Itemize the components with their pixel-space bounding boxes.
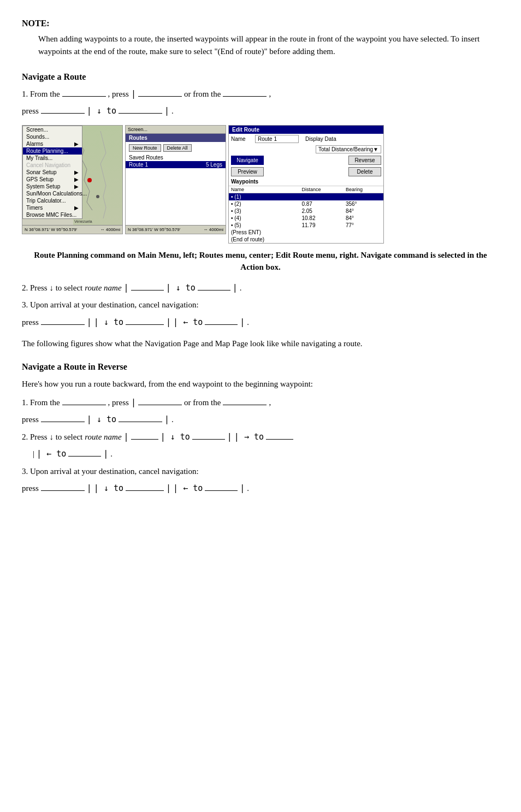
action-buttons-row2: Preview Delete bbox=[229, 166, 383, 177]
reverse-button[interactable]: Reverse bbox=[348, 156, 381, 165]
step2-pipe2: | bbox=[233, 281, 238, 295]
svg-point-1 bbox=[96, 195, 99, 198]
s2-step2-pipe2: | bbox=[227, 430, 232, 444]
delete-all-button[interactable]: Delete All bbox=[163, 144, 192, 152]
wp-name-3: • (4) bbox=[229, 215, 299, 222]
s2-step3b-dot: . bbox=[247, 482, 249, 496]
s2-step2b-dot: . bbox=[110, 447, 113, 461]
waypoint-row-6[interactable]: (End of route) bbox=[229, 236, 383, 243]
s2-step1-comma: , bbox=[269, 396, 271, 410]
menu-screen[interactable]: Screen... bbox=[23, 126, 82, 133]
wp-distance-0 bbox=[299, 193, 344, 200]
step1b-pipe2: | bbox=[164, 104, 169, 118]
menu-sounds[interactable]: Sounds... bbox=[23, 133, 82, 140]
s2-step1-middle: , press bbox=[108, 396, 129, 410]
step2-pipe: | bbox=[124, 281, 129, 295]
s2-step2b-pipe1: | bbox=[33, 447, 34, 461]
step3b-line: press | | ↓ to | | ← to | . bbox=[22, 316, 499, 330]
wp-bearing-0 bbox=[344, 193, 383, 200]
menu-overlay: Screen... Sounds... Alarms Route Plannin… bbox=[22, 126, 82, 219]
menu-gps-setup[interactable]: GPS Setup bbox=[23, 176, 82, 183]
step1-blank1 bbox=[62, 96, 106, 97]
s2-step3b-blank2 bbox=[126, 490, 164, 491]
step1-pipe1: | bbox=[131, 87, 136, 102]
s2-step1-blank3 bbox=[223, 405, 267, 405]
menu-browse-mmc[interactable]: Browse MMC Files... bbox=[23, 211, 82, 218]
action-buttons-row: Navigate Reverse bbox=[229, 155, 383, 166]
s2-step3b-arrow2: | ← to bbox=[173, 482, 203, 496]
s2-step2-text: 2. Press ↓ to select bbox=[22, 430, 82, 444]
menu-system-setup[interactable]: System Setup bbox=[23, 183, 82, 190]
s2-step3b-pipe3: | bbox=[240, 482, 245, 496]
step3b-blank3 bbox=[205, 324, 238, 325]
routes-title: Routes bbox=[126, 134, 226, 142]
wp-name-1: • (2) bbox=[229, 200, 299, 208]
step3b-blank1 bbox=[41, 324, 85, 325]
waypoint-row-2[interactable]: • (3)2.0584° bbox=[229, 208, 383, 215]
s2-step2-arrow2: | → to bbox=[234, 430, 264, 444]
step2-blank2 bbox=[198, 290, 230, 291]
display-dropdown-text: Total Distance/Bearing bbox=[318, 146, 373, 152]
section2-intro: Here's how you run a route backward, fro… bbox=[22, 377, 499, 390]
menu-trip-calc[interactable]: Trip Calculator... bbox=[23, 197, 82, 204]
new-route-button[interactable]: New Route bbox=[129, 144, 161, 152]
step3b-blank2 bbox=[126, 324, 164, 325]
s2-step1b-press: press bbox=[22, 413, 39, 427]
step1-text: 1. From the bbox=[22, 87, 60, 102]
edit-name-label: Name bbox=[231, 136, 253, 142]
waypoint-row-1[interactable]: • (2)0.87356° bbox=[229, 200, 383, 208]
preview-button[interactable]: Preview bbox=[231, 167, 264, 176]
route-row-1-legs: 5 Legs bbox=[206, 162, 222, 168]
waypoints-table: Name Distance Bearing • (1)• (2)0.87356°… bbox=[229, 186, 383, 243]
waypoint-row-3[interactable]: • (4)10.8284° bbox=[229, 215, 383, 222]
s2-step2-line1: 2. Press ↓ to select route name | | ↓ to… bbox=[22, 430, 499, 444]
s2-step1b-dot: . bbox=[171, 413, 174, 427]
menu-route-planning[interactable]: Route Planning... bbox=[23, 147, 82, 155]
screenshots-row: Venezuela Screen... Sounds... Alarms Rou… bbox=[22, 125, 499, 244]
route-row-1[interactable]: Route 1 5 Legs bbox=[126, 161, 226, 168]
s2-step2-blank2 bbox=[192, 439, 225, 440]
svg-point-0 bbox=[87, 178, 92, 182]
s2-step3b-line: press | | ↓ to | | ← to | . bbox=[22, 482, 499, 496]
wp-bearing-1: 356° bbox=[344, 200, 383, 208]
step1b-dot: . bbox=[171, 104, 174, 118]
step3b-pipe1: | bbox=[87, 316, 92, 330]
edit-name-value: Route 1 bbox=[255, 135, 299, 143]
step1b-press: press bbox=[22, 104, 39, 118]
wp-distance-6 bbox=[299, 236, 344, 243]
narrative: The following figures show what the Navi… bbox=[22, 337, 499, 350]
waypoint-row-0[interactable]: • (1) bbox=[229, 193, 383, 200]
step1b-blank1 bbox=[41, 113, 85, 114]
s2-step3b-arrow1: | ↓ to bbox=[94, 482, 123, 496]
waypoint-row-5[interactable]: (Press ENT) bbox=[229, 229, 383, 236]
edit-name-row: Name Route 1 Display Data bbox=[229, 134, 383, 144]
menu-alarms[interactable]: Alarms bbox=[23, 140, 82, 147]
s2-step2-blank3 bbox=[266, 439, 293, 440]
waypoint-row-4[interactable]: • (5)11.7977° bbox=[229, 222, 383, 229]
menu-my-trails[interactable]: My Trails... bbox=[23, 155, 82, 162]
step3-line: 3. Upon arrival at your destination, can… bbox=[22, 298, 499, 312]
step1-blank2 bbox=[138, 96, 182, 97]
route-row-1-name: Route 1 bbox=[129, 162, 148, 168]
menu-sun-moon[interactable]: Sun/Moon Calculations... bbox=[23, 190, 82, 197]
step3b-pipe3: | bbox=[240, 316, 245, 330]
step3b-press: press bbox=[22, 316, 39, 330]
menu-timers[interactable]: Timers bbox=[23, 204, 82, 211]
wp-bearing-4: 77° bbox=[344, 222, 383, 229]
s2-step1-middle2: or from the bbox=[184, 396, 221, 410]
delete-button[interactable]: Delete bbox=[348, 167, 381, 176]
navigate-button[interactable]: Navigate bbox=[231, 156, 264, 165]
step2-italic: route name bbox=[85, 281, 121, 295]
wp-distance-2: 2.05 bbox=[299, 208, 344, 215]
step2-blank bbox=[131, 290, 164, 291]
menu-sonar-setup[interactable]: Sonar Setup bbox=[23, 169, 82, 176]
display-dropdown[interactable]: Total Distance/Bearing ▼ bbox=[316, 145, 381, 153]
step1-comma: , bbox=[269, 87, 271, 102]
edit-route-panel: Edit Route Name Route 1 Display Data Tot… bbox=[228, 125, 384, 244]
note-body: When adding waypoints to a route, the in… bbox=[38, 33, 499, 58]
col-bearing-header: Bearing bbox=[344, 186, 383, 193]
s2-step1-line1: 1. From the , press | or from the , bbox=[22, 396, 499, 410]
s2-step2-italic: route name bbox=[85, 430, 121, 444]
s2-step3b-pipe2: | bbox=[166, 482, 171, 496]
note-section: NOTE: When adding waypoints to a route, … bbox=[22, 16, 499, 58]
